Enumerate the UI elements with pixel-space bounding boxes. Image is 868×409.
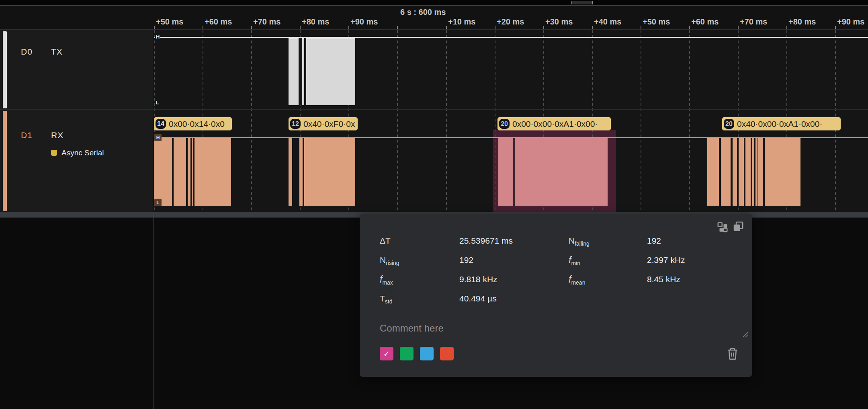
serial-annotation-bubble[interactable]: 200x00·0x00·0xA1·0x00· bbox=[497, 117, 611, 130]
color-swatch[interactable] bbox=[420, 347, 434, 360]
ruler-tick-label: +80 ms bbox=[302, 17, 329, 26]
signal-gap bbox=[757, 138, 757, 206]
measurement-label: Tstd bbox=[380, 293, 393, 307]
measurement-value: 8.45 kHz bbox=[647, 274, 680, 285]
async-serial-analyzer-icon bbox=[51, 150, 57, 156]
d1-low-marker: L bbox=[154, 199, 162, 206]
channel-d0-id: D0 bbox=[21, 47, 33, 57]
timeline-gridline bbox=[689, 30, 690, 212]
add-to-grid-icon[interactable] bbox=[717, 221, 729, 233]
panel-boundary-line bbox=[153, 212, 154, 409]
annotation-byte-count-badge: 20 bbox=[499, 119, 510, 129]
measurement-value: 192 bbox=[459, 254, 473, 266]
copy-icon[interactable] bbox=[732, 220, 744, 233]
timeline-gridline bbox=[251, 30, 252, 212]
measurement-row: fmin2.397 kHz bbox=[569, 254, 737, 266]
time-ruler[interactable]: 6 s : 600 ms +50 ms+60 ms+70 ms+80 ms+90… bbox=[0, 6, 868, 29]
ruler-tick-mark bbox=[689, 26, 690, 29]
annotation-hex-text: 0x40·0xF0·0x bbox=[303, 119, 355, 129]
timeline-scrollbar-thumb[interactable] bbox=[571, 1, 593, 4]
ruler-tick-label: +10 ms bbox=[448, 17, 475, 26]
ruler-tick-mark bbox=[786, 26, 787, 29]
serial-annotation-bubble[interactable]: 140x00·0x14·0x0 bbox=[154, 117, 232, 130]
comment-resize-grip[interactable] bbox=[741, 331, 749, 338]
ruler-tick-label: +50 ms bbox=[643, 17, 670, 26]
measurement-row: fmean8.45 kHz bbox=[569, 274, 737, 285]
signal-gap bbox=[744, 138, 745, 206]
annotation-hex-text: 0x40·0x00·0xA1·0x00· bbox=[737, 119, 822, 129]
d1-high-marker: H bbox=[154, 134, 162, 141]
measurement-row: Tstd40.494 µs bbox=[380, 293, 549, 304]
signal-gap bbox=[513, 138, 515, 206]
signal-gap bbox=[190, 138, 192, 206]
timeline-scrollbar-track[interactable] bbox=[0, 0, 868, 5]
ruler-major-time-label: 6 s : 600 ms bbox=[400, 8, 446, 17]
ruler-tick-mark bbox=[251, 26, 252, 29]
ruler-tick-mark bbox=[446, 26, 447, 29]
ruler-tick-mark bbox=[835, 26, 836, 29]
ruler-tick-label: +90 ms bbox=[837, 17, 864, 26]
ruler-tick-mark bbox=[495, 26, 495, 29]
channel-d0-name[interactable]: TX bbox=[51, 47, 63, 57]
signal-burst-d1 bbox=[289, 138, 355, 206]
signal-gap bbox=[763, 138, 765, 206]
measurement-label: fmean bbox=[569, 274, 585, 288]
ruler-tick-label: +60 ms bbox=[205, 17, 232, 26]
measurement-label: fmax bbox=[380, 274, 393, 288]
signal-gap bbox=[299, 38, 302, 105]
timeline-gridline bbox=[446, 30, 447, 212]
channel-d1-name[interactable]: RX bbox=[51, 130, 63, 140]
serial-annotation-bubble[interactable]: 120x40·0xF0·0x bbox=[289, 117, 358, 130]
signal-burst-d1 bbox=[498, 138, 608, 206]
logic-analyzer-window: 6 s : 600 ms +50 ms+60 ms+70 ms+80 ms+90… bbox=[0, 0, 868, 409]
signal-gap bbox=[303, 138, 304, 206]
popup-divider bbox=[360, 313, 752, 313]
measurement-label: Nrising bbox=[380, 254, 399, 269]
ruler-tick-label: +50 ms bbox=[156, 17, 183, 26]
measurement-label: Nfalling bbox=[569, 235, 590, 249]
timeline-gridline bbox=[397, 30, 398, 212]
measurement-value: 192 bbox=[647, 235, 661, 246]
annotation-hex-text: 0x00·0x14·0x0 bbox=[169, 119, 225, 129]
ruler-tick-label: +70 ms bbox=[740, 17, 767, 26]
analyzer-label: Async Serial bbox=[61, 149, 104, 157]
comment-placeholder: Comment here bbox=[380, 323, 444, 334]
annotation-byte-count-badge: 14 bbox=[156, 119, 166, 129]
d0-low-marker: L bbox=[155, 100, 160, 106]
serial-annotation-bubble[interactable]: 200x40·0x00·0xA1·0x00· bbox=[722, 117, 841, 130]
signal-gap bbox=[292, 138, 299, 206]
ruler-tick-label: +40 ms bbox=[594, 17, 621, 26]
ruler-tick-mark bbox=[738, 26, 739, 29]
measurement-label: fmin bbox=[569, 254, 580, 269]
annotation-byte-count-badge: 20 bbox=[724, 119, 734, 129]
ruler-tick-label: +80 ms bbox=[788, 17, 816, 26]
measurement-row: Nrising192 bbox=[380, 254, 549, 266]
signal-gap bbox=[172, 138, 174, 206]
measurement-value: 25.539671 ms bbox=[459, 235, 513, 246]
channel-d0-color-bar bbox=[3, 31, 7, 108]
color-swatch[interactable] bbox=[440, 347, 454, 360]
measurement-row: fmax9.818 kHz bbox=[380, 274, 549, 285]
channel-row-separator bbox=[0, 109, 868, 110]
measurement-label: ΔT bbox=[380, 235, 391, 246]
signal-burst-d0 bbox=[289, 38, 355, 105]
signal-burst-d1 bbox=[707, 138, 800, 206]
signal-gap bbox=[186, 138, 188, 206]
channel-d1-color-bar bbox=[3, 111, 7, 211]
ruler-tick-label: +70 ms bbox=[253, 17, 280, 26]
ruler-tick-mark bbox=[300, 26, 301, 29]
ruler-tick-mark bbox=[641, 26, 641, 29]
delete-measurement-icon[interactable] bbox=[727, 347, 739, 360]
ruler-tick-mark bbox=[348, 26, 349, 29]
measurement-row: Nfalling192 bbox=[569, 235, 737, 246]
measurement-row: ΔT25.539671 ms bbox=[380, 235, 549, 246]
measurement-value: 40.494 µs bbox=[459, 293, 497, 304]
signal-gap bbox=[751, 138, 752, 206]
comment-input[interactable]: Comment here bbox=[376, 321, 737, 339]
color-swatch-selected[interactable]: ✓ bbox=[380, 347, 393, 360]
measurement-value: 9.818 kHz bbox=[459, 274, 497, 285]
color-swatch[interactable] bbox=[400, 347, 414, 360]
ruler-tick-mark bbox=[203, 26, 203, 29]
ruler-tick-label: +60 ms bbox=[691, 17, 719, 26]
ruler-tick-mark bbox=[543, 26, 544, 29]
